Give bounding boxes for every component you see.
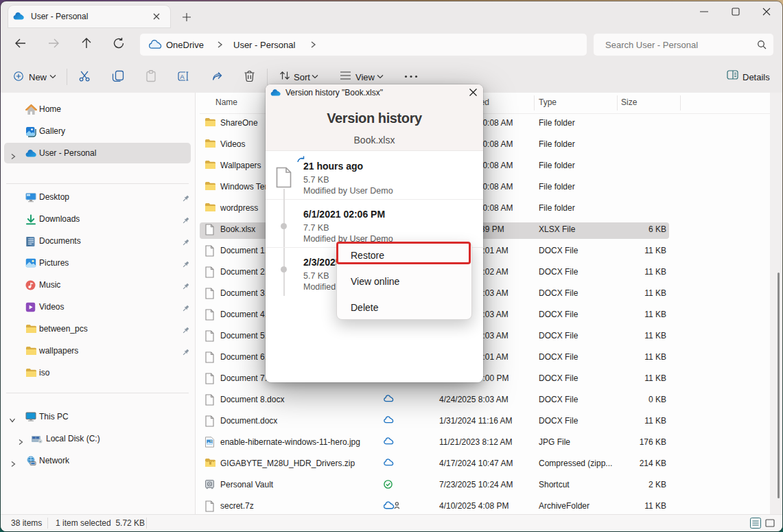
svg-text:A: A (180, 73, 185, 80)
